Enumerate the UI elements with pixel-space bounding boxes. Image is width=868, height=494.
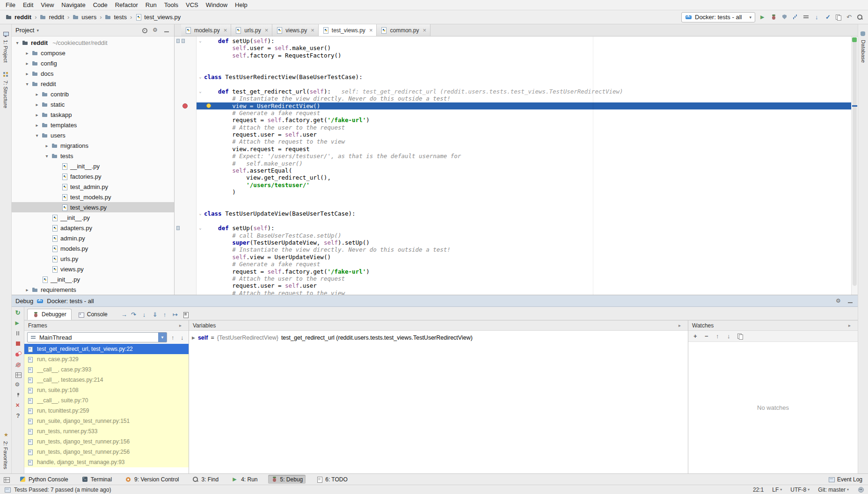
code-line[interactable]: ⌄ def setUp(self):	[175, 225, 851, 232]
code-line[interactable]: ⌄class TestUserRedirectView(BaseUserTest…	[175, 73, 851, 80]
tree-expand-arrow-icon[interactable]: ▸	[24, 71, 30, 76]
pause-icon[interactable]	[15, 330, 22, 337]
code-line[interactable]: super(TestUserUpdateView, self).setUp()	[175, 239, 851, 246]
toolwindow-tab-7-structure[interactable]: 7: Structure	[2, 67, 10, 112]
tab-test-views-py[interactable]: test_views.py×	[319, 24, 377, 36]
toolwindow-button-5-debug[interactable]: 5: Debug	[268, 475, 306, 484]
tree-item-init-py[interactable]: __init__.py	[12, 212, 174, 223]
editor[interactable]: ⌄ def setUp(self): self.user = self.make…	[175, 36, 858, 295]
tab-views-py[interactable]: views.py×	[272, 24, 319, 36]
step-out-icon[interactable]	[161, 311, 168, 318]
code-area[interactable]: ⌄ def setUp(self): self.user = self.make…	[175, 36, 851, 295]
breadcrumb-item-reddit[interactable]: reddit	[5, 13, 32, 21]
breadcrumb-item-reddit[interactable]: reddit	[39, 13, 65, 21]
toolwindow-button-event-log[interactable]: Event Log	[825, 475, 865, 484]
toolwindow-tab-database[interactable]: Database	[859, 26, 867, 67]
hide-panel-icon[interactable]	[847, 298, 854, 305]
run-to-cursor-icon[interactable]	[172, 311, 179, 318]
pin-icon[interactable]	[15, 392, 22, 399]
tree-expand-arrow-icon[interactable]: ▸	[34, 112, 40, 117]
tab-common-py[interactable]: common.py×	[377, 24, 430, 36]
tab-close-icon[interactable]: ×	[311, 27, 314, 34]
toolwindow-button-terminal[interactable]: Terminal	[79, 475, 115, 484]
project-panel-title[interactable]: Project	[15, 27, 34, 34]
tree-expand-arrow-icon[interactable]: ▸	[34, 123, 40, 128]
chevron-down-icon[interactable]: ▾	[36, 28, 39, 33]
code-line[interactable]: self.view = UserUpdateView()	[175, 254, 851, 261]
code-line[interactable]: self.factory = RequestFactory()	[175, 52, 851, 59]
toolwindow-button-6-todo[interactable]: 6: TODO	[313, 475, 350, 484]
tree-item-taskapp[interactable]: ▸taskapp	[12, 109, 174, 120]
debug-tab-debugger[interactable]: Debugger	[27, 309, 72, 320]
tree-expand-arrow-icon[interactable]: ▸	[34, 92, 40, 97]
tree-expand-arrow-icon[interactable]: ▸	[44, 143, 50, 148]
vcs-update-icon[interactable]	[813, 14, 820, 21]
code-line[interactable]: request = self.factory.get('/fake-url')	[175, 116, 851, 124]
toolwindow-switcher-icon[interactable]	[3, 476, 10, 483]
toolwindow-tab-2-favorites[interactable]: 2: Favorites	[2, 428, 10, 473]
code-line[interactable]	[175, 218, 851, 225]
toolwindow-button-4-run[interactable]: 4: Run	[229, 475, 260, 484]
vcs-commit-icon[interactable]	[824, 14, 831, 21]
evaluate-icon[interactable]	[182, 311, 189, 318]
code-line[interactable]: request = self.factory.get('/fake-url')	[175, 268, 851, 275]
code-line[interactable]	[175, 80, 851, 87]
code-line[interactable]: '/users/testuser/'	[175, 182, 851, 189]
gear-icon[interactable]	[835, 298, 842, 305]
code-line[interactable]: # Generate a fake request	[175, 109, 851, 116]
expand-arrow-icon[interactable]: ▶	[192, 335, 195, 340]
coverage-icon[interactable]	[781, 14, 788, 21]
thread-select[interactable]: MainThread ▼	[27, 332, 167, 342]
tree-item-contrib[interactable]: ▸contrib	[12, 89, 174, 99]
frame-row[interactable]: handle, django_test_manage.py:93	[24, 457, 189, 467]
debug-tab-console[interactable]: Console	[73, 309, 113, 320]
tree-item-urls-py[interactable]: urls.py	[12, 254, 174, 264]
editor-scrollbar[interactable]	[851, 36, 858, 295]
code-line[interactable]: # Generate a fake request	[175, 261, 851, 268]
view-breakpoints-icon[interactable]	[15, 350, 22, 357]
tree-collapse-arrow-icon[interactable]: ▾	[15, 40, 20, 45]
menu-navigate[interactable]: Navigate	[58, 0, 89, 9]
tree-item-models-py[interactable]: models.py	[12, 243, 174, 254]
tree-item-init-py[interactable]: __init__.py	[12, 161, 174, 171]
lightbulb-icon[interactable]	[206, 103, 211, 108]
tree-item-admin-py[interactable]: admin.py	[12, 233, 174, 243]
tab-close-icon[interactable]: ×	[369, 27, 373, 34]
code-line[interactable]: self.assertEqual(	[175, 167, 851, 174]
code-line[interactable]	[175, 59, 851, 66]
menu-view[interactable]: View	[37, 0, 58, 9]
tree-collapse-arrow-icon[interactable]: ▾	[44, 153, 50, 159]
breadcrumb-item-test-views-py[interactable]: test_views.py	[134, 13, 182, 21]
locate-file-icon[interactable]	[141, 27, 148, 34]
tree-item-tests[interactable]: ▾tests	[12, 151, 174, 161]
force-step-into-icon[interactable]	[151, 311, 158, 318]
tree-item-test-models-py[interactable]: test_models.py	[12, 192, 174, 202]
code-line[interactable]	[175, 66, 851, 73]
mute-breakpoints-icon[interactable]	[15, 361, 22, 368]
tree-item-test-views-py[interactable]: test_views.py	[12, 202, 174, 212]
code-line[interactable]: view = UserRedirectView()	[175, 102, 851, 109]
run-icon[interactable]	[759, 14, 766, 21]
tree-item-compose[interactable]: ▸compose	[12, 48, 174, 58]
tree-item-reddit[interactable]: ▾reddit	[12, 79, 174, 89]
chevron-down-icon[interactable]: ▼	[158, 333, 167, 342]
previous-frame-icon[interactable]	[169, 334, 176, 341]
menu-refactor[interactable]: Refactor	[111, 0, 142, 9]
panel-menu-icon[interactable]	[178, 322, 185, 329]
help-icon[interactable]	[15, 412, 22, 419]
tree-item-users[interactable]: ▾users	[12, 130, 174, 140]
hide-panel-icon[interactable]	[163, 27, 170, 34]
toolwindow-button-python-console[interactable]: Python Console	[16, 475, 71, 484]
code-line[interactable]	[175, 203, 851, 210]
rerun-icon[interactable]	[15, 309, 22, 316]
code-line[interactable]: # call BaseUserTestCase.setUp()	[175, 232, 851, 239]
code-line[interactable]: request.user = self.user	[175, 282, 851, 289]
code-line[interactable]: ⌄class TestUserUpdateView(BaseUserTestCa…	[175, 210, 851, 217]
fold-arrow-icon[interactable]: ⌄	[197, 225, 204, 232]
tree-item-static[interactable]: ▸static	[12, 99, 174, 109]
frame-row[interactable]: run, suite.py:108	[24, 385, 189, 395]
tab-urls-py[interactable]: urls.py×	[231, 24, 272, 36]
settings-icon[interactable]	[15, 381, 22, 388]
breadcrumb-item-users[interactable]: users	[72, 13, 97, 21]
tree-item-init-py[interactable]: __init__.py	[12, 274, 174, 284]
